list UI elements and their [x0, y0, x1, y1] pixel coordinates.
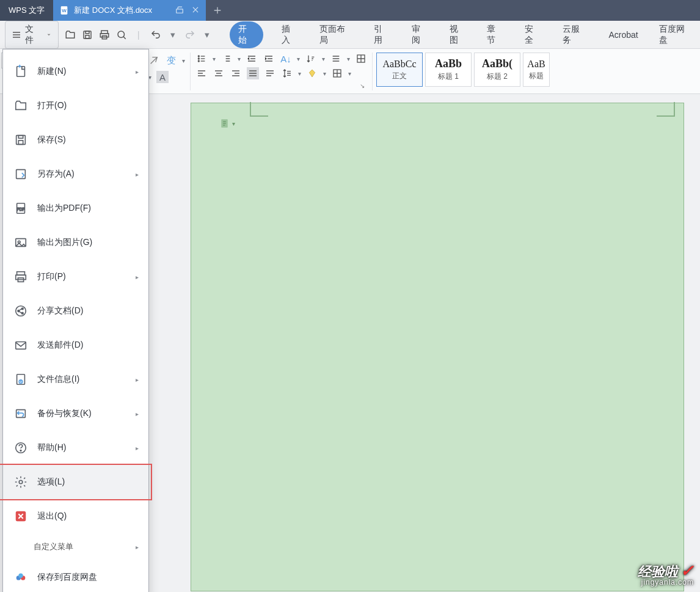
table-icon[interactable] — [355, 53, 367, 65]
menu-info-label: 文件信息(I) — [37, 374, 79, 385]
decrease-indent-icon[interactable] — [246, 53, 258, 65]
style-heading1[interactable]: AaBb 标题 1 — [425, 53, 472, 87]
submenu-arrow-icon: ▸ — [136, 445, 139, 451]
distribute-icon[interactable] — [264, 67, 276, 79]
text-direction-icon[interactable]: A↓ — [280, 53, 292, 65]
menu-baidu-save[interactable]: 保存到百度网盘 — [3, 560, 148, 592]
new-tab-button[interactable] — [206, 0, 229, 21]
line-spacing-icon[interactable] — [330, 53, 342, 65]
numbering-icon[interactable] — [221, 53, 233, 65]
mail-icon — [13, 337, 29, 353]
borders-icon[interactable] — [331, 67, 343, 79]
titlebar: WPS 文字 W 新建 DOCX 文档.docx — [0, 0, 700, 21]
document-tab[interactable]: W 新建 DOCX 文档.docx — [53, 0, 206, 21]
menu-pdf[interactable]: PDF 输出为PDF(F) — [3, 191, 148, 225]
svg-text:PDF: PDF — [17, 207, 25, 211]
menu-share[interactable]: 分享文档(D) — [3, 294, 148, 328]
baidu-cloud-icon — [13, 569, 29, 585]
svg-rect-19 — [18, 141, 23, 144]
exit-icon — [13, 508, 29, 524]
menu-exit[interactable]: 退出(Q) — [3, 499, 148, 533]
check-icon: ✓ — [680, 561, 694, 580]
print-quick-icon[interactable] — [99, 29, 110, 40]
menu-image[interactable]: 输出为图片(G) — [3, 225, 148, 260]
style-title[interactable]: AaB 标题 — [523, 53, 550, 87]
tab-acrobat[interactable]: Acrobat — [606, 27, 640, 42]
save-icon[interactable] — [82, 29, 93, 40]
menu-backup-label: 备份与恢复(K) — [37, 408, 92, 419]
tab-reference[interactable]: 引用 — [371, 21, 393, 48]
align-left-icon[interactable] — [195, 67, 208, 79]
menu-options[interactable]: 选项(L) — [3, 465, 148, 499]
menu-options-label: 选项(L) — [37, 477, 65, 488]
menu-mail[interactable]: 发送邮件(D) — [3, 328, 148, 362]
svg-point-9 — [118, 31, 125, 38]
paragraph-group: ▾ ▾ A↓▾ ▾ ▾ ▾ ▾ ▾ ↘ — [191, 53, 373, 90]
file-button-label: 文件 — [25, 24, 42, 46]
menu-saveas[interactable]: 另存为(A) ▸ — [3, 157, 148, 191]
bullets-icon[interactable] — [195, 53, 208, 65]
phonetic-icon[interactable]: 变 — [165, 54, 177, 67]
style-h1-label: 标题 1 — [438, 71, 459, 82]
print-icon — [13, 269, 29, 285]
qa-dropdown-icon[interactable]: ▾ — [202, 29, 213, 40]
new-icon: ✦ — [13, 64, 29, 79]
backup-icon — [13, 406, 29, 422]
app-name: WPS 文字 — [0, 0, 53, 21]
tab-start[interactable]: 开始 — [230, 21, 264, 48]
menu-pdf-label: 输出为PDF(F) — [37, 203, 91, 214]
submenu-arrow-icon: ▸ — [136, 411, 139, 417]
tab-cloud[interactable]: 云服务 — [560, 21, 591, 48]
svg-rect-17 — [16, 136, 26, 145]
menu-backup[interactable]: 备份与恢复(K) ▸ — [3, 396, 148, 431]
tab-baidu[interactable]: 百度网盘 — [657, 21, 695, 48]
svg-rect-26 — [16, 275, 26, 279]
menu-open[interactable]: 打开(O) — [3, 89, 148, 123]
style-body[interactable]: AaBbCc 正文 — [376, 53, 423, 87]
tab-review[interactable]: 审阅 — [409, 21, 431, 48]
menu-image-label: 输出为图片(G) — [37, 237, 92, 248]
tab-close-icon[interactable] — [191, 5, 200, 16]
open-icon[interactable] — [65, 29, 76, 40]
menu-custom[interactable]: 自定义菜单 ▸ — [3, 533, 148, 560]
tab-view[interactable]: 视图 — [447, 21, 469, 48]
line-spacing2-icon[interactable] — [281, 67, 293, 79]
tab-layout[interactable]: 页面布局 — [317, 21, 355, 48]
align-center-icon[interactable] — [213, 67, 225, 79]
sort-icon[interactable] — [305, 53, 317, 65]
tab-restore-icon[interactable] — [175, 5, 184, 16]
style-heading2[interactable]: AaBb( 标题 2 — [474, 53, 520, 87]
menu-new[interactable]: ✦ 新建(N) ▸ — [3, 54, 148, 89]
svg-point-38 — [19, 480, 23, 484]
svg-text:W: W — [62, 8, 67, 13]
menu-help[interactable]: 帮助(H) ▸ — [3, 431, 148, 465]
shading-icon[interactable] — [306, 67, 318, 79]
menu-new-label: 新建(N) — [37, 66, 66, 77]
watermark: 经验啦✓ jingyanla.com — [638, 563, 694, 586]
preview-icon[interactable] — [116, 29, 127, 40]
undo-icon[interactable] — [150, 29, 161, 40]
justify-icon[interactable] — [247, 67, 259, 79]
tab-chapter[interactable]: 章节 — [484, 21, 506, 48]
increase-indent-icon[interactable] — [263, 53, 275, 65]
page[interactable]: ▾ — [191, 103, 684, 591]
menu-info[interactable]: 文件信息(I) ▸ — [3, 362, 148, 396]
pdf-icon: PDF — [13, 200, 29, 216]
menu-save[interactable]: 保存(S) — [3, 123, 148, 157]
redo-icon[interactable] — [184, 29, 195, 40]
char-shading-icon[interactable]: A — [156, 71, 169, 83]
align-right-icon[interactable] — [230, 67, 242, 79]
undo-dropdown-icon[interactable]: ▾ — [167, 29, 178, 40]
paragraph-mark-icon[interactable]: ▾ — [221, 117, 234, 130]
clear-format-icon[interactable] — [148, 54, 160, 67]
paragraph-dialog-launcher[interactable]: ↘ — [360, 82, 365, 89]
svg-rect-4 — [86, 31, 89, 34]
tab-insert[interactable]: 插入 — [279, 21, 301, 48]
file-menu-button[interactable]: 文件 — [5, 21, 59, 49]
submenu-arrow-icon: ▸ — [136, 68, 139, 75]
menu-print[interactable]: 打印(P) ▸ — [3, 260, 148, 294]
tab-security[interactable]: 安全 — [522, 21, 544, 48]
menu-mail-label: 发送邮件(D) — [37, 340, 83, 351]
gear-icon — [13, 474, 29, 490]
svg-point-10 — [198, 56, 199, 57]
